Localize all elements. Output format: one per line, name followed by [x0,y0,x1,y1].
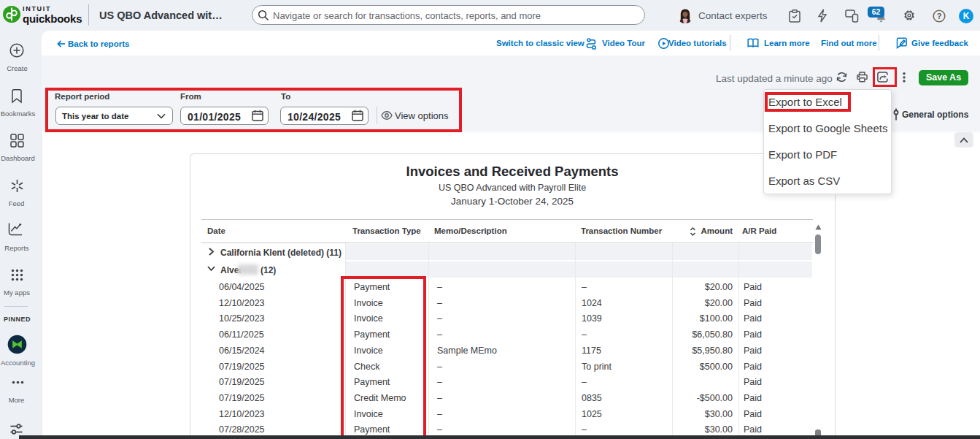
svg-text:?: ? [937,12,942,20]
